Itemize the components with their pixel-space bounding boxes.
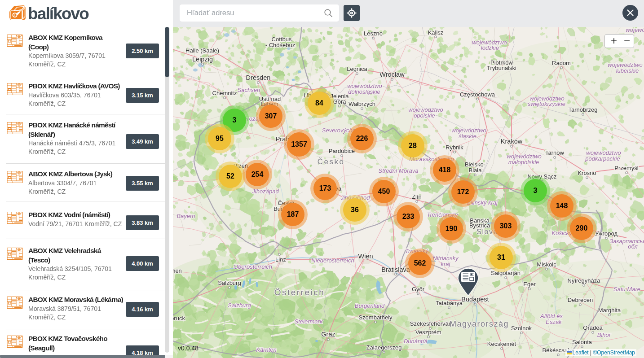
svg-text:Halle (Saale): Halle (Saale) (185, 47, 219, 54)
svg-text:Nowy Sącz: Nowy Sącz (527, 173, 556, 180)
svg-text:Radom: Radom (552, 60, 571, 66)
svg-text:Pardubice: Pardubice (329, 148, 355, 154)
svg-text:Žilinský kraj: Žilinský kraj (467, 199, 498, 206)
svg-text:Biała: Biała (469, 167, 482, 174)
svg-text:łódzkie: łódzkie (481, 44, 499, 51)
svg-text:Niederösterreich: Niederösterreich (311, 257, 354, 264)
svg-text:hen: hen (173, 267, 182, 274)
svg-text:opolskie: opolskie (414, 112, 435, 119)
svg-text:kraj: kraj (441, 261, 451, 267)
svg-text:Krosno: Krosno (578, 170, 596, 176)
svg-text:Ужгород: Ужгород (595, 230, 618, 237)
svg-text:- Chóśebuz: - Chóśebuz (265, 42, 295, 48)
svg-text:podkarpackie: podkarpackie (585, 155, 620, 162)
svg-text:Satu Mare: Satu Mare (613, 286, 640, 293)
svg-text:Steiermark: Steiermark (295, 318, 323, 325)
svg-text:Leszno: Leszno (364, 30, 383, 37)
svg-text:Oberösterreich: Oberösterreich (234, 263, 272, 270)
svg-text:Bratislava: Bratislava (381, 266, 410, 273)
svg-text:wojewó: wojewó (626, 27, 644, 33)
svg-text:Marghita: Marghita (598, 307, 621, 314)
svg-text:Kecskemét: Kecskemét (487, 341, 516, 347)
svg-text:Chemnitz: Chemnitz (212, 90, 237, 96)
svg-text:lubelskie: lubelskie (616, 67, 639, 74)
svg-text:Закарпатська: Закарпатська (609, 238, 644, 244)
svg-text:bruck: bruck (173, 315, 185, 322)
svg-text:Veszprém: Veszprém (415, 329, 441, 336)
svg-text:Tatabánya: Tatabánya (436, 300, 463, 306)
svg-text:Tarnów: Tarnów (545, 149, 565, 156)
svg-text:śląskie: śląskie (459, 133, 476, 140)
svg-text:Wien: Wien (358, 253, 373, 260)
svg-text:Kalisz: Kalisz (428, 29, 444, 36)
svg-text:Szombathely: Szombathely (358, 314, 393, 321)
svg-text:Graz: Graz (321, 331, 335, 338)
svg-text:Jihozápad: Jihozápad (251, 188, 279, 195)
svg-text:Góra: Góra (333, 98, 347, 105)
svg-text:Österreich: Österreich (274, 288, 325, 297)
svg-text:Magyarország: Magyarország (450, 319, 509, 328)
svg-text:Debrecen: Debrecen (568, 297, 593, 303)
svg-text:świętokrzyskie: świętokrzyskie (528, 100, 565, 107)
svg-text:Rybnik: Rybnik (446, 144, 463, 151)
svg-text:Częstochowa: Częstochowa (460, 91, 495, 98)
svg-text:Eger: Eger (523, 281, 536, 288)
svg-text:Burgenland: Burgenland (355, 302, 385, 309)
svg-text:Tarnobrzeg: Tarnobrzeg (568, 106, 597, 113)
svg-text:Leipzig: Leipzig (192, 56, 213, 63)
svg-text:Przemyśl: Przemyśl (614, 165, 639, 171)
svg-text:Dresden: Dresden (246, 74, 271, 81)
svg-text:Szolnok: Szolnok (511, 325, 532, 332)
svg-text:Linz: Linz (275, 256, 286, 263)
svg-text:Střední Morava: Střední Morava (379, 167, 419, 174)
svg-text:Észak: Észak (546, 319, 562, 325)
svg-text:Bihor: Bihor (597, 332, 611, 338)
svg-text:Wałbrzych: Wałbrzych (348, 100, 375, 107)
svg-text:Legnica: Legnica (347, 65, 367, 72)
svg-text:Česko: Česko (318, 157, 345, 166)
svg-text:małopolskie: małopolskie (508, 159, 539, 166)
svg-text:Miskolc: Miskolc (537, 261, 556, 268)
svg-text:Košický: Košický (552, 230, 573, 236)
svg-text:Győr: Győr (412, 286, 425, 293)
svg-text:Nyíregyháza: Nyíregyháza (568, 277, 601, 284)
svg-text:Salzburg: Salzburg (228, 302, 251, 309)
svg-text:Bayern: Bayern (176, 213, 195, 219)
svg-text:Wrocław: Wrocław (379, 71, 405, 78)
svg-text:Kärnten: Kärnten (256, 346, 277, 353)
svg-text:Oradea: Oradea (583, 324, 603, 331)
svg-text:Salgótarján: Salgótarján (491, 270, 520, 276)
svg-text:Salonta: Salonta (572, 339, 592, 345)
svg-text:Székesfehérvár: Székesfehérvár (410, 320, 451, 327)
svg-text:Salzburg: Salzburg (218, 279, 241, 286)
svg-text:Zalaegerszeg: Zalaegerszeg (366, 344, 402, 351)
svg-text:Trybunalski: Trybunalski (487, 65, 516, 71)
svg-text:Sachsen: Sachsen (238, 87, 260, 93)
svg-text:Dunántúl: Dunántúl (404, 338, 428, 345)
svg-text:Kraków: Kraków (501, 138, 523, 145)
svg-text:Zlín: Zlín (412, 193, 422, 200)
svg-text:dolnośląskie: dolnośląskie (348, 88, 380, 95)
svg-text:обл: обл (628, 243, 638, 250)
